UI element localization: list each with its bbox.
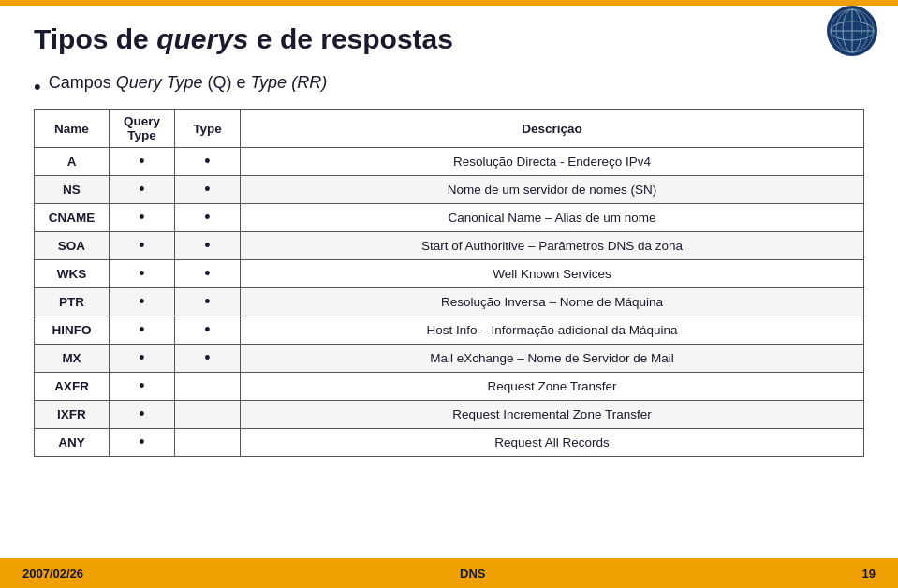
cell-type-dot: •: [175, 345, 241, 373]
cell-query-dot: •: [110, 345, 175, 373]
cell-query-dot: •: [110, 260, 175, 288]
cell-name: NS: [35, 176, 110, 204]
col-header-desc: Descrição: [241, 110, 864, 148]
cell-query-dot: •: [110, 204, 175, 232]
cell-name: IXFR: [35, 401, 110, 429]
cell-name: SOA: [35, 232, 110, 260]
cell-desc: Canonical Name – Alias de um nome: [241, 204, 864, 232]
cell-desc: Resolução Inversa – Nome de Máquina: [241, 288, 864, 316]
logo-circle: [827, 6, 877, 56]
footer-page: 19: [862, 566, 876, 581]
main-content: Tipos de querys e de respostas • Campos …: [0, 6, 898, 466]
cell-desc: Request All Records: [241, 429, 864, 457]
logo: [827, 6, 883, 57]
cell-query-dot: •: [110, 373, 175, 401]
footer: 2007/02/26 DNS 19: [0, 558, 898, 588]
table-row: NS • • Nome de um servidor de nomes (SN): [35, 176, 864, 204]
cell-query-dot: •: [110, 288, 175, 316]
cell-type-dot: [175, 373, 241, 401]
cell-desc: Host Info – Informação adicional da Máqu…: [241, 316, 864, 345]
cell-type-dot: •: [175, 232, 241, 260]
logo-globe-icon: [829, 7, 876, 54]
col-header-name: Name: [35, 110, 110, 148]
dns-table: Name QueryType Type Descrição A • • Reso…: [34, 109, 864, 457]
cell-type-dot: •: [175, 288, 241, 316]
cell-desc: Request Incremental Zone Transfer: [241, 401, 864, 429]
bullet-italic-rr: Type (RR): [250, 73, 327, 92]
cell-name: CNAME: [35, 204, 110, 232]
title-italic1: querys: [156, 23, 248, 54]
col-header-type: Type: [175, 110, 241, 148]
cell-desc: Request Zone Transfer: [241, 373, 864, 401]
table-row: HINFO • • Host Info – Informação adicion…: [35, 316, 864, 345]
cell-query-dot: •: [110, 429, 175, 457]
footer-center: DNS: [460, 566, 485, 581]
cell-query-dot: •: [110, 316, 175, 345]
cell-desc: Nome de um servidor de nomes (SN): [241, 176, 864, 204]
footer-date: 2007/02/26: [22, 566, 83, 581]
bullet-middle: (Q) e: [202, 73, 250, 92]
bullet-item: • Campos Query Type (Q) e Type (RR): [34, 73, 864, 99]
table-row: PTR • • Resolução Inversa – Nome de Máqu…: [35, 288, 864, 316]
cell-type-dot: [175, 429, 241, 457]
cell-desc: Mail eXchange – Nome de Servidor de Mail: [241, 345, 864, 373]
slide-title: Tipos de querys e de respostas: [34, 22, 864, 56]
title-middle: e de respostas: [249, 23, 453, 54]
bullet-italic-q: Query Type: [116, 73, 203, 92]
table-row: AXFR • Request Zone Transfer: [35, 373, 864, 401]
cell-desc: Resolução Directa - Endereço IPv4: [241, 148, 864, 176]
cell-query-dot: •: [110, 401, 175, 429]
cell-query-dot: •: [110, 176, 175, 204]
cell-name: AXFR: [35, 373, 110, 401]
table-row: WKS • • Well Known Services: [35, 260, 864, 288]
bullet-prefix: Campos: [49, 73, 116, 92]
cell-name: ANY: [35, 429, 110, 457]
cell-name: WKS: [35, 260, 110, 288]
cell-query-dot: •: [110, 148, 175, 176]
cell-name: MX: [35, 345, 110, 373]
table-row: MX • • Mail eXchange – Nome de Servidor …: [35, 345, 864, 373]
cell-type-dot: [175, 401, 241, 429]
cell-type-dot: •: [175, 176, 241, 204]
cell-type-dot: •: [175, 204, 241, 232]
table-row: IXFR • Request Incremental Zone Transfer: [35, 401, 864, 429]
cell-type-dot: •: [175, 148, 241, 176]
bullet-dot: •: [34, 75, 41, 99]
table-row: SOA • • Start of Authoritive – Parâmetro…: [35, 232, 864, 260]
col-header-query-type: QueryType: [110, 110, 175, 148]
title-prefix: Tipos de: [34, 23, 156, 54]
cell-type-dot: •: [175, 316, 241, 345]
cell-name: HINFO: [35, 316, 110, 345]
table-row: ANY • Request All Records: [35, 429, 864, 457]
cell-name: PTR: [35, 288, 110, 316]
cell-query-dot: •: [110, 232, 175, 260]
table-header-row: Name QueryType Type Descrição: [35, 110, 864, 148]
cell-name: A: [35, 148, 110, 176]
table-row: A • • Resolução Directa - Endereço IPv4: [35, 148, 864, 176]
cell-desc: Start of Authoritive – Parâmetros DNS da…: [241, 232, 864, 260]
cell-desc: Well Known Services: [241, 260, 864, 288]
table-row: CNAME • • Canonical Name – Alias de um n…: [35, 204, 864, 232]
bullet-text: Campos Query Type (Q) e Type (RR): [49, 73, 327, 93]
cell-type-dot: •: [175, 260, 241, 288]
